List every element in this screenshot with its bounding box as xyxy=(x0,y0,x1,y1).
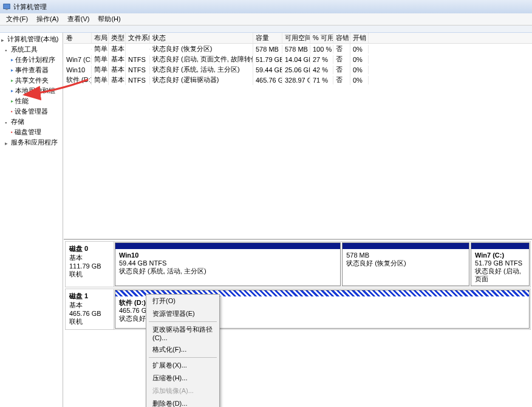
disk-0-label[interactable]: 磁盘 0 基本 111.79 GB 联机 xyxy=(66,242,114,287)
col-overhead[interactable]: 开销 xyxy=(350,33,369,43)
menu-action[interactable]: 操作(A) xyxy=(33,13,63,25)
menu-file[interactable]: 文件(F) xyxy=(2,13,32,25)
col-capacity[interactable]: 容量 xyxy=(253,33,282,43)
ctx-delete[interactable]: 删除卷(D)... xyxy=(146,397,219,407)
stripe-icon xyxy=(343,243,469,249)
volume-row[interactable]: 软件 (D:)简单基本NTFS状态良好 (逻辑驱动器)465.76 GB328.… xyxy=(64,75,532,85)
menu-bar: 文件(F) 操作(A) 查看(V) 帮助(H) xyxy=(0,13,532,26)
disk0-part-win7[interactable]: Win7 (C:) 51.79 GB NTFS 状态良好 (启动, 页面 xyxy=(471,242,530,286)
disk0-part-recovery[interactable]: 578 MB 状态良好 (恢复分区) xyxy=(342,242,469,286)
title-bar: 计算机管理 xyxy=(0,0,532,13)
context-menu: 打开(O) 资源管理器(E) 更改驱动器号和路径(C)... 格式化(F)...… xyxy=(146,294,220,407)
volume-row[interactable]: Win7 (C:)简单基本NTFS状态良好 (启动, 页面文件, 故障转储, 主… xyxy=(64,54,532,64)
disk-1-label[interactable]: 磁盘 1 基本 465.76 GB 联机 xyxy=(66,289,114,329)
ctx-extend[interactable]: 扩展卷(X)... xyxy=(146,359,219,372)
app-icon xyxy=(2,2,11,11)
disk0-part-win10[interactable]: Win10 59.44 GB NTFS 状态良好 (系统, 活动, 主分区) xyxy=(115,242,341,286)
col-fault[interactable]: 容错 xyxy=(333,33,350,43)
tree-diskmgr[interactable]: ▪磁盘管理 xyxy=(1,127,61,137)
tree-storage[interactable]: ▪存储 xyxy=(1,117,61,127)
separator xyxy=(149,357,217,358)
tree-perf[interactable]: ▸性能 xyxy=(1,96,61,106)
menu-help[interactable]: 帮助(H) xyxy=(94,13,124,25)
ctx-explorer[interactable]: 资源管理器(E) xyxy=(146,307,219,320)
col-pct[interactable]: % 可用 xyxy=(310,33,333,43)
tree-services[interactable]: ▸服务和应用程序 xyxy=(1,137,61,148)
col-free[interactable]: 可用空间 xyxy=(282,33,310,43)
ctx-format[interactable]: 格式化(F)... xyxy=(146,343,219,356)
menu-view[interactable]: 查看(V) xyxy=(64,13,94,25)
ctx-open[interactable]: 打开(O) xyxy=(146,295,219,307)
col-layout[interactable]: 布局 xyxy=(92,33,109,43)
col-volume[interactable]: 卷 xyxy=(64,33,92,43)
disk-0: 磁盘 0 基本 111.79 GB 联机 Win10 59.44 GB NTFS… xyxy=(65,241,531,287)
volume-row[interactable]: 简单基本状态良好 (恢复分区)578 MB578 MB100 %否0% xyxy=(64,44,532,54)
svg-rect-1 xyxy=(5,9,8,10)
tree-users[interactable]: ▸本地用户和组 xyxy=(1,86,61,96)
toolbar xyxy=(0,26,532,33)
ctx-shrink[interactable]: 压缩卷(H)... xyxy=(146,372,219,385)
disk-1: 磁盘 1 基本 465.76 GB 联机 软件 (D:) 465.76 GB 状… xyxy=(65,289,531,330)
tree-shared[interactable]: ▸共享文件夹 xyxy=(1,75,61,86)
tree-systools[interactable]: ▪系统工具 xyxy=(1,44,61,55)
col-type[interactable]: 类型 xyxy=(109,33,126,43)
svg-rect-0 xyxy=(4,4,10,9)
disk-graphical-view: 磁盘 0 基本 111.79 GB 联机 Win10 59.44 GB NTFS… xyxy=(64,239,532,407)
volume-list: 卷 布局 类型 文件系统 状态 容量 可用空间 % 可用 容错 开销 简单基本状… xyxy=(64,33,532,239)
window-title: 计算机管理 xyxy=(13,2,47,12)
volume-header: 卷 布局 类型 文件系统 状态 容量 可用空间 % 可用 容错 开销 xyxy=(64,33,532,44)
tree-task[interactable]: ▸任务计划程序 xyxy=(1,55,61,65)
stripe-icon xyxy=(115,243,340,249)
ctx-mirror: 添加镜像(A)... xyxy=(146,385,219,397)
tree-devmgr[interactable]: ▪设备管理器 xyxy=(1,106,61,117)
tree-root[interactable]: ▸计算机管理(本地) xyxy=(1,34,61,44)
nav-tree: ▸计算机管理(本地) ▪系统工具 ▸任务计划程序 ▸事件查看器 ▸共享文件夹 ▸… xyxy=(0,33,63,407)
tree-event[interactable]: ▸事件查看器 xyxy=(1,65,61,75)
ctx-change-letter[interactable]: 更改驱动器号和路径(C)... xyxy=(146,323,219,343)
col-status[interactable]: 状态 xyxy=(150,33,253,43)
separator xyxy=(149,321,217,322)
stripe-icon xyxy=(471,243,529,249)
col-fs[interactable]: 文件系统 xyxy=(126,33,150,43)
volume-row[interactable]: Win10简单基本NTFS状态良好 (系统, 活动, 主分区)59.44 GB2… xyxy=(64,64,532,75)
